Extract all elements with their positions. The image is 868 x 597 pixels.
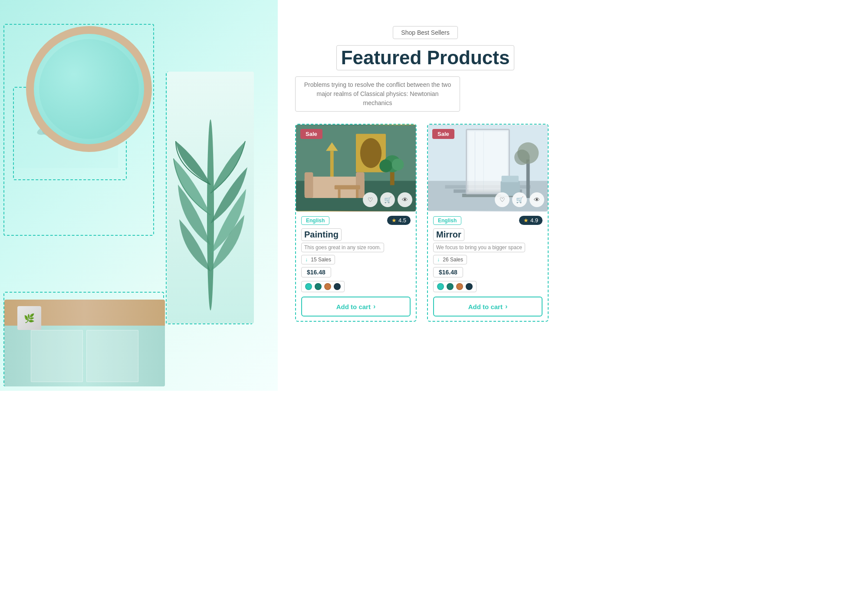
left-decorative-panel: 🌿 — [0, 0, 286, 391]
product-description-mirror: We focus to bring you a bigger space — [433, 243, 525, 252]
product-card-painting: Sale ♡ 🛒 👁 English ★ — [295, 124, 417, 322]
cart-button-painting[interactable]: 🛒 — [380, 192, 395, 207]
product-rating-mirror: ★ 4.9 — [519, 216, 542, 225]
right-content-panel: Shop Best Sellers Featured Products Prob… — [278, 0, 573, 391]
section-description: Problems trying to resolve the conflict … — [295, 76, 460, 112]
product-language-painting: English — [301, 216, 329, 225]
section-header: Shop Best Sellers Featured Products Prob… — [295, 26, 556, 112]
color-swatch-teal-painting[interactable] — [305, 283, 312, 290]
pot-plant-icon: 🌿 — [24, 313, 35, 323]
cabinet-door-right — [86, 330, 138, 382]
eye-icon: 👁 — [402, 196, 408, 203]
heart-icon: ♡ — [368, 196, 373, 203]
sales-value-painting: 15 Sales — [311, 257, 331, 263]
svg-point-33 — [514, 150, 529, 165]
product-name-painting: Painting — [301, 228, 342, 241]
section-tag-wrapper: Shop Best Sellers — [295, 26, 556, 45]
section-tag: Shop Best Sellers — [393, 26, 457, 39]
heart-icon-mirror: ♡ — [500, 196, 505, 203]
svg-point-16 — [379, 160, 392, 173]
svg-point-8 — [360, 138, 381, 168]
product-info-painting: English ★ 4.5 Painting This goes great i… — [296, 211, 416, 321]
svg-rect-12 — [305, 172, 313, 198]
plant-svg — [171, 106, 250, 323]
product-price-wrapper-painting: $16.48 — [301, 267, 411, 281]
rating-value-mirror: 4.9 — [530, 217, 538, 224]
product-sales-wrapper-painting: ↓ 15 Sales — [301, 255, 411, 267]
cabinet-door-left — [31, 330, 83, 382]
product-image-painting: Sale ♡ 🛒 👁 — [296, 125, 416, 211]
svg-rect-18 — [335, 185, 360, 190]
color-swatch-orange-mirror[interactable] — [456, 283, 463, 290]
product-price-mirror: $16.48 — [433, 267, 463, 277]
color-swatch-dark-mirror[interactable] — [466, 283, 473, 290]
rating-value-painting: 4.5 — [398, 217, 406, 224]
product-sales-painting: ↓ 15 Sales — [301, 255, 335, 264]
product-price-wrapper-mirror: $16.48 — [433, 267, 542, 281]
quickview-button-mirror[interactable]: 👁 — [529, 192, 544, 207]
product-actions-painting: ♡ 🛒 👁 — [363, 192, 412, 207]
svg-rect-9 — [330, 151, 334, 181]
product-card-mirror: Sale ♡ 🛒 👁 English ★ — [427, 124, 549, 322]
section-title-wrapper: Featured Products — [295, 45, 556, 76]
plant-decoration — [167, 72, 254, 323]
section-desc-wrapper: Problems trying to resolve the conflict … — [295, 76, 556, 112]
add-to-cart-label-painting: Add to cart — [336, 303, 371, 310]
plant-pot: 🌿 — [17, 306, 41, 330]
mirror-decoration — [26, 26, 152, 152]
svg-rect-35 — [502, 176, 519, 182]
svg-rect-19 — [338, 190, 341, 198]
product-desc-wrapper-painting: This goes great in any size room. — [301, 243, 411, 255]
product-info-mirror: English ★ 4.9 Mirror We focus to bring y… — [428, 211, 548, 321]
color-swatch-teal-mirror[interactable] — [437, 283, 444, 290]
download-icon-painting: ↓ — [305, 257, 308, 263]
color-swatches-mirror — [433, 281, 477, 292]
cabinet-decoration: 🌿 — [4, 300, 165, 386]
star-icon-mirror: ★ — [523, 217, 529, 224]
quickview-button-painting[interactable]: 👁 — [398, 192, 412, 207]
color-swatch-orange-painting[interactable] — [324, 283, 331, 290]
add-to-cart-label-mirror: Add to cart — [468, 303, 503, 310]
product-meta-mirror: English ★ 4.9 — [433, 216, 542, 225]
eye-icon-mirror: 👁 — [534, 196, 540, 203]
product-description-painting: This goes great in any size room. — [301, 243, 384, 252]
star-icon-painting: ★ — [391, 217, 397, 224]
product-sales-wrapper-mirror: ↓ 26 Sales — [433, 255, 542, 267]
download-icon-mirror: ↓ — [437, 257, 440, 263]
color-swatches-painting — [301, 281, 345, 292]
cart-icon: 🛒 — [384, 196, 391, 203]
product-rating-painting: ★ 4.5 — [387, 216, 411, 225]
product-name-wrapper-mirror: Mirror — [433, 227, 542, 243]
svg-rect-20 — [356, 190, 358, 198]
product-language-mirror: English — [433, 216, 461, 225]
mirror-inner — [39, 39, 139, 139]
sales-value-mirror: 26 Sales — [443, 257, 463, 263]
color-swatch-green-painting[interactable] — [315, 283, 322, 290]
product-desc-wrapper-mirror: We focus to bring you a bigger space — [433, 243, 542, 255]
sale-badge-painting: Sale — [300, 129, 322, 139]
product-meta-painting: English ★ 4.5 — [301, 216, 411, 225]
product-name-mirror: Mirror — [433, 228, 464, 241]
product-sales-mirror: ↓ 26 Sales — [433, 255, 467, 264]
products-grid: Sale ♡ 🛒 👁 English ★ — [295, 124, 556, 322]
product-name-wrapper-painting: Painting — [301, 227, 411, 243]
product-image-mirror: Sale ♡ 🛒 👁 — [428, 125, 548, 211]
wishlist-button-mirror[interactable]: ♡ — [495, 192, 510, 207]
add-to-cart-button-mirror[interactable]: Add to cart › — [433, 297, 542, 317]
sale-badge-mirror: Sale — [432, 129, 454, 139]
product-actions-mirror: ♡ 🛒 👁 — [495, 192, 544, 207]
svg-point-17 — [392, 159, 404, 171]
wishlist-button-painting[interactable]: ♡ — [363, 192, 378, 207]
add-to-cart-button-painting[interactable]: Add to cart › — [301, 297, 411, 317]
cart-icon-mirror: 🛒 — [516, 196, 523, 203]
cart-button-mirror[interactable]: 🛒 — [512, 192, 527, 207]
cabinet-body — [4, 326, 165, 386]
color-swatch-dark-painting[interactable] — [334, 283, 341, 290]
chevron-right-icon-painting: › — [373, 303, 375, 310]
color-swatch-green-mirror[interactable] — [447, 283, 454, 290]
chevron-right-icon-mirror: › — [505, 303, 507, 310]
product-price-painting: $16.48 — [301, 267, 331, 277]
section-title: Featured Products — [336, 45, 515, 70]
